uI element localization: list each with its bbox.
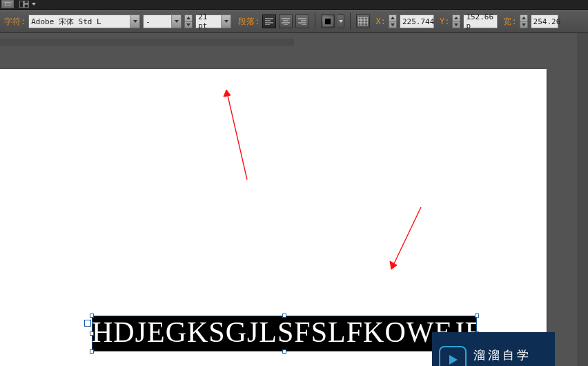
vertical-scrollbar[interactable] <box>577 33 588 366</box>
w-value[interactable]: 254.26 <box>531 15 558 28</box>
svg-line-25 <box>391 207 421 269</box>
svg-rect-18 <box>358 17 368 26</box>
workspace: HDJEGKSGJLSFSLFKOWEJE 溜溜自学 ZIXUE.3D66.CO… <box>0 33 588 366</box>
x-label: X: <box>375 17 385 26</box>
watermark-brand: 溜溜自学 <box>473 347 545 363</box>
align-left-button[interactable] <box>262 15 276 28</box>
selected-text[interactable]: HDJEGKSGJLSFSLFKOWEJE <box>92 316 477 351</box>
watermark-text: 溜溜自学 ZIXUE.3D66.COM <box>473 347 545 367</box>
fill-color-swatch[interactable] <box>321 15 335 28</box>
svg-rect-2 <box>24 1 28 3</box>
font-size-combo[interactable]: 21 pt <box>195 15 231 28</box>
x-spinner[interactable] <box>389 15 397 28</box>
font-size-dropdown-icon[interactable] <box>222 15 231 28</box>
play-icon <box>439 346 467 366</box>
options-bar: 字符: Adobe 宋体 Std L - 21 pt 段落: <box>0 10 588 33</box>
character-label: 字符: <box>4 16 26 28</box>
svg-rect-17 <box>325 19 331 24</box>
text-in-port[interactable] <box>84 320 91 327</box>
svg-rect-1 <box>19 1 23 8</box>
annotation-arrow-icon <box>383 204 431 280</box>
w-spinner[interactable] <box>520 15 528 28</box>
y-spinner[interactable] <box>452 15 460 28</box>
svg-marker-27 <box>449 355 458 365</box>
svg-line-23 <box>226 90 247 180</box>
y-value[interactable]: 152.66 p <box>463 15 498 28</box>
arrange-documents-icon[interactable] <box>18 0 30 8</box>
watermark: 溜溜自学 ZIXUE.3D66.COM <box>432 332 555 366</box>
frame-grid-button[interactable] <box>356 15 370 28</box>
font-family-value[interactable]: Adobe 宋体 Std L <box>28 15 130 28</box>
separator <box>315 13 315 30</box>
x-value[interactable]: 225.744 <box>400 15 434 28</box>
text-frame[interactable]: HDJEGKSGJLSFSLFKOWEJE <box>92 316 477 351</box>
font-family-combo[interactable]: Adobe 宋体 Std L <box>28 15 140 28</box>
font-style-combo[interactable]: - <box>143 15 182 28</box>
align-center-button[interactable] <box>279 15 293 28</box>
font-style-value[interactable]: - <box>143 15 172 28</box>
svg-rect-3 <box>24 4 28 8</box>
separator <box>350 13 351 30</box>
document-tab[interactable] <box>1 0 14 8</box>
svg-marker-24 <box>224 90 231 97</box>
fill-color-dropdown-icon[interactable] <box>337 15 344 28</box>
document-page[interactable]: HDJEGKSGJLSFSLFKOWEJE <box>0 69 547 366</box>
font-size-value[interactable]: 21 pt <box>195 15 222 28</box>
paragraph-label: 段落: <box>238 16 259 28</box>
font-style-dropdown-icon[interactable] <box>172 15 182 28</box>
annotation-arrow-icon <box>221 83 255 186</box>
font-family-dropdown-icon[interactable] <box>130 15 140 28</box>
y-label: Y: <box>440 17 449 26</box>
align-right-button[interactable] <box>295 15 309 28</box>
svg-rect-0 <box>5 2 10 6</box>
canvas-ruler-area <box>0 39 294 46</box>
document-tab-strip <box>0 0 588 10</box>
w-label: 宽: <box>503 16 516 28</box>
arrange-dropdown-icon[interactable] <box>30 0 37 8</box>
svg-marker-26 <box>390 261 397 269</box>
font-size-spinner[interactable] <box>184 15 193 28</box>
